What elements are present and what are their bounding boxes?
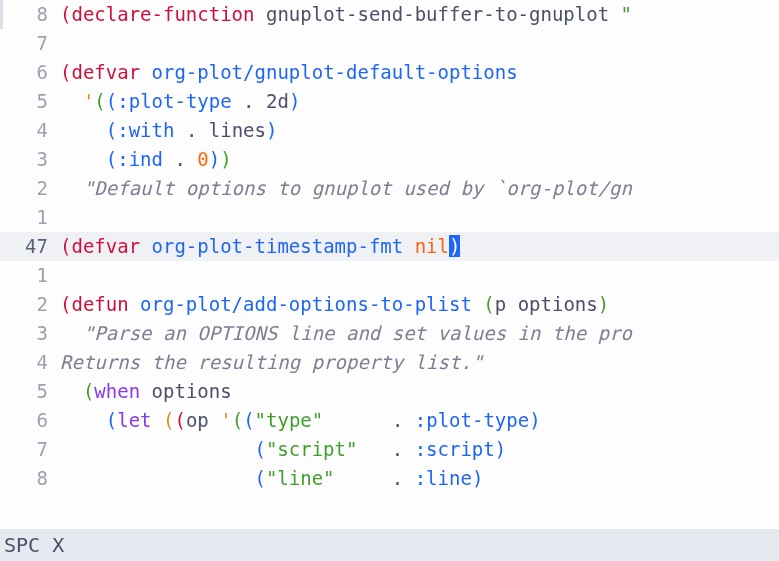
code-content	[60, 29, 779, 58]
line-number: 5	[0, 87, 60, 116]
line-number-current: 47	[0, 232, 60, 261]
code-line[interactable]: 7	[0, 29, 779, 58]
code-line[interactable]: 8 (declare-function gnuplot-send-buffer-…	[0, 0, 779, 29]
cursor: )	[449, 235, 460, 257]
code-line[interactable]: 2 "Default options to gnuplot used by `o…	[0, 174, 779, 203]
code-content	[60, 203, 779, 232]
code-line[interactable]: 3 "Parse an OPTIONS line and set values …	[0, 319, 779, 348]
code-content: (:with . lines)	[60, 116, 779, 145]
code-line[interactable]: 7 ("script" . :script)	[0, 435, 779, 464]
code-content: Returns the resulting property list."	[60, 348, 779, 377]
code-content: (:ind . 0))	[60, 145, 779, 174]
line-number: 4	[0, 348, 60, 377]
code-line[interactable]: 3 (:ind . 0))	[0, 145, 779, 174]
code-content: (defvar org-plot-timestamp-fmt nil)	[60, 232, 779, 261]
minibuffer[interactable]: SPC X	[0, 529, 779, 561]
code-line[interactable]: 1	[0, 261, 779, 290]
code-content: "Default options to gnuplot used by `org…	[60, 174, 779, 203]
code-content: (when options	[60, 377, 779, 406]
line-number: 4	[0, 116, 60, 145]
line-number: 3	[0, 145, 60, 174]
code-line[interactable]: 4 Returns the resulting property list."	[0, 348, 779, 377]
code-line[interactable]: 4 (:with . lines)	[0, 116, 779, 145]
code-line[interactable]: 2 (defun org-plot/add-options-to-plist (…	[0, 290, 779, 319]
line-number: 3	[0, 319, 60, 348]
code-line[interactable]: 5 '((:plot-type . 2d)	[0, 87, 779, 116]
code-content: ("script" . :script)	[60, 435, 779, 464]
line-number: 6	[0, 406, 60, 435]
key-sequence: SPC X	[4, 533, 64, 557]
code-content: (defvar org-plot/gnuplot-default-options	[60, 58, 779, 87]
line-number: 2	[0, 290, 60, 319]
code-line[interactable]: 6 (defvar org-plot/gnuplot-default-optio…	[0, 58, 779, 87]
line-number: 1	[0, 261, 60, 290]
line-number: 8	[0, 0, 60, 29]
code-line[interactable]: 5 (when options	[0, 377, 779, 406]
code-line[interactable]: 1	[0, 203, 779, 232]
code-content: (let ((op '(("type" . :plot-type)	[60, 406, 779, 435]
code-line[interactable]: 8 ("line" . :line)	[0, 464, 779, 493]
line-number: 1	[0, 203, 60, 232]
code-content: (declare-function gnuplot-send-buffer-to…	[60, 0, 779, 29]
code-editor[interactable]: 8 (declare-function gnuplot-send-buffer-…	[0, 0, 779, 529]
code-content	[60, 261, 779, 290]
code-content: "Parse an OPTIONS line and set values in…	[60, 319, 779, 348]
line-number: 5	[0, 377, 60, 406]
line-number: 2	[0, 174, 60, 203]
line-number: 7	[0, 29, 60, 58]
code-content: '((:plot-type . 2d)	[60, 87, 779, 116]
code-content: ("line" . :line)	[60, 464, 779, 493]
code-line-current[interactable]: 47 (defvar org-plot-timestamp-fmt nil)	[0, 232, 779, 261]
code-line[interactable]: 6 (let ((op '(("type" . :plot-type)	[0, 406, 779, 435]
line-number: 6	[0, 58, 60, 87]
code-content: (defun org-plot/add-options-to-plist (p …	[60, 290, 779, 319]
line-number: 7	[0, 435, 60, 464]
line-number: 8	[0, 464, 60, 493]
